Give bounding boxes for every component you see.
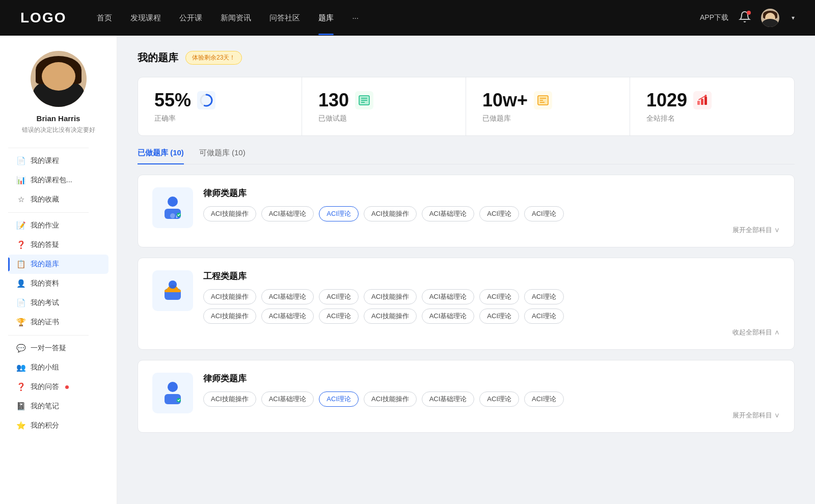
qb-card-lawyer-2: 律师类题库 ACI技能操作 ACI基础理论 ACI理论 ACI技能操作 ACI基… [138, 360, 795, 433]
tag[interactable]: ACI技能操作 [203, 391, 256, 407]
tag[interactable]: ACI技能操作 [364, 391, 417, 407]
nav-opencourse[interactable]: 公开课 [179, 13, 202, 23]
tag[interactable]: ACI理论 [479, 391, 519, 407]
bank-done-label: 已做题库 [482, 114, 511, 123]
profile-icon: 👤 [16, 279, 25, 288]
user-avatar[interactable] [761, 9, 779, 27]
tab-done-banks[interactable]: 已做题库 (10) [138, 148, 184, 164]
nav-news[interactable]: 新闻资讯 [221, 13, 251, 23]
tag[interactable]: ACI技能操作 [364, 309, 417, 324]
sidebar-item-exam[interactable]: 📄 我的考试 [8, 293, 108, 313]
lawyer-icon-wrap-2 [152, 373, 193, 413]
tag[interactable]: ACI理论 [479, 206, 519, 221]
questions-done-icon [355, 91, 373, 109]
page-header: 我的题库 体验剩余23天！ [138, 51, 795, 65]
sidebar-label: 我的答疑 [31, 240, 59, 249]
navbar: LOGO 首页 发现课程 公开课 新闻资讯 问答社区 题库 ··· APP下载 … [0, 0, 815, 36]
tag[interactable]: ACI技能操作 [364, 206, 417, 221]
tag[interactable]: ACI基础理论 [422, 206, 475, 221]
sidebar-label: 我的收藏 [31, 195, 59, 204]
expand-button-2[interactable]: 收起全部科目 ∧ [203, 328, 780, 337]
sidebar-label: 我的小组 [31, 363, 59, 372]
nav-links: 首页 发现课程 公开课 新闻资讯 问答社区 题库 ··· [97, 13, 700, 23]
question-icon: ❓ [16, 240, 25, 249]
nav-home[interactable]: 首页 [97, 13, 112, 23]
homework-icon: 📝 [16, 221, 25, 230]
sidebar-item-profile[interactable]: 👤 我的资料 [8, 274, 108, 293]
tag[interactable]: ACI理论 [479, 289, 519, 304]
lawyer-icon-wrap-1 [152, 187, 193, 228]
tag[interactable]: ACI技能操作 [203, 289, 256, 304]
expand-button-3[interactable]: 展开全部科目 ∨ [203, 411, 780, 420]
sidebar-item-group[interactable]: 👥 我的小组 [8, 358, 108, 377]
sidebar-label: 我的资料 [31, 279, 59, 288]
ranking-value: 1029 [646, 90, 687, 111]
tag-active[interactable]: ACI理论 [319, 206, 359, 221]
qb-tags-2-row1: ACI技能操作 ACI基础理论 ACI理论 ACI技能操作 ACI基础理论 AC… [203, 289, 780, 304]
tag[interactable]: ACI技能操作 [203, 206, 256, 221]
svg-rect-22 [165, 290, 181, 292]
notification-bell[interactable] [739, 11, 751, 25]
sidebar-item-answers[interactable]: ❓ 我的答疑 [8, 235, 108, 255]
nav-qbank[interactable]: 题库 [318, 13, 334, 23]
expand-button-1[interactable]: 展开全部科目 ∨ [203, 226, 780, 235]
tag[interactable]: ACI基础理论 [261, 391, 314, 407]
group-icon: 👥 [16, 363, 25, 372]
qb-tags-2-row2: ACI技能操作 ACI基础理论 ACI理论 ACI技能操作 ACI基础理论 AC… [203, 309, 780, 324]
tutor-icon: 💬 [16, 344, 25, 353]
coursepack-icon: 📊 [16, 176, 25, 185]
tag[interactable]: ACI基础理论 [422, 309, 475, 324]
app-download-link[interactable]: APP下载 [700, 13, 728, 22]
sidebar-item-mycourse[interactable]: 📄 我的课程 [8, 151, 108, 171]
questions-done-label: 已做试题 [318, 114, 347, 123]
tabs-bar: 已做题库 (10) 可做题库 (10) [138, 148, 795, 164]
stats-row: 55% 正确率 130 [138, 77, 795, 136]
qb-title-2: 工程类题库 [203, 270, 780, 282]
svg-point-18 [170, 213, 175, 218]
tag[interactable]: ACI理论 [319, 289, 359, 304]
nav-more[interactable]: ··· [352, 13, 359, 23]
profile-motto: 错误的决定比没有决定要好 [22, 126, 95, 134]
stat-questions-done: 130 已做试题 [302, 77, 466, 135]
correct-rate-value: 55% [154, 90, 191, 111]
sidebar-item-myqa[interactable]: ❓ 我的问答 [8, 377, 108, 397]
tag-active[interactable]: ACI理论 [319, 391, 359, 407]
sidebar-item-points[interactable]: ⭐ 我的积分 [8, 416, 108, 435]
myqa-icon: ❓ [16, 382, 25, 391]
tag[interactable]: ACI理论 [524, 391, 564, 407]
tag[interactable]: ACI理论 [524, 206, 564, 221]
tag[interactable]: ACI技能操作 [364, 289, 417, 304]
sidebar-item-qbank[interactable]: 📋 我的题库 [8, 255, 108, 274]
sidebar-item-homework[interactable]: 📝 我的作业 [8, 216, 108, 235]
bank-done-value: 10w+ [482, 90, 528, 111]
user-dropdown-chevron[interactable]: ▾ [792, 14, 795, 21]
qb-card-engineer: 工程类题库 ACI技能操作 ACI基础理论 ACI理论 ACI技能操作 ACI基… [138, 258, 795, 350]
tag[interactable]: ACI基础理论 [422, 289, 475, 304]
sidebar-item-cert[interactable]: 🏆 我的证书 [8, 313, 108, 332]
bank-done-icon [534, 91, 552, 109]
sidebar-item-notes[interactable]: 📓 我的笔记 [8, 397, 108, 416]
nav-qa[interactable]: 问答社区 [269, 13, 300, 23]
tab-available-banks[interactable]: 可做题库 (10) [199, 148, 246, 164]
svg-point-16 [168, 197, 178, 207]
tag[interactable]: ACI基础理论 [261, 289, 314, 304]
tag[interactable]: ACI基础理论 [422, 391, 475, 407]
tag[interactable]: ACI基础理论 [261, 309, 314, 324]
tag[interactable]: ACI理论 [319, 309, 359, 324]
sidebar-item-coursepack[interactable]: 📊 我的课程包... [8, 171, 108, 190]
sidebar-label: 我的课程 [31, 156, 59, 165]
sidebar-label: 我的考试 [31, 298, 59, 307]
tag[interactable]: ACI技能操作 [203, 309, 256, 324]
sidebar-item-favorites[interactable]: ☆ 我的收藏 [8, 190, 108, 209]
star-icon: ☆ [16, 195, 25, 204]
tag[interactable]: ACI理论 [479, 309, 519, 324]
tag[interactable]: ACI理论 [524, 289, 564, 304]
logo[interactable]: LOGO [20, 10, 66, 26]
sidebar-item-tutor[interactable]: 💬 一对一答疑 [8, 339, 108, 358]
nav-right: APP下载 ▾ [700, 9, 795, 27]
sidebar-label: 我的题库 [31, 260, 59, 269]
nav-discover[interactable]: 发现课程 [130, 13, 161, 23]
tag[interactable]: ACI基础理论 [261, 206, 314, 221]
tag[interactable]: ACI理论 [524, 309, 564, 324]
stat-ranking: 1029 全站排名 [630, 77, 794, 135]
